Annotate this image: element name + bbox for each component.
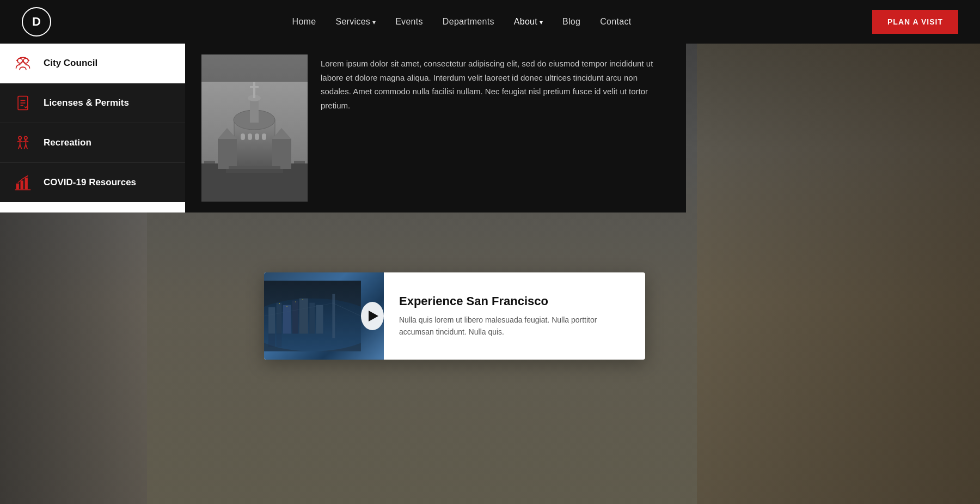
menu-item-recreation[interactable]: Recreation	[0, 123, 185, 163]
logo-letter: D	[32, 15, 41, 29]
menu-item-city-council[interactable]: City Council	[0, 44, 185, 83]
dropdown-image-inner	[201, 54, 308, 202]
dropdown-menu: City Council Licenses & Permits	[0, 44, 686, 212]
svg-rect-45	[201, 54, 308, 82]
video-title: Experience San Francisco	[399, 294, 630, 308]
nav-link-blog[interactable]: Blog	[562, 17, 580, 26]
svg-point-8	[19, 136, 21, 139]
dropdown-description: Lorem ipsum dolor sit amet, consectetur …	[321, 54, 670, 202]
navbar: D Home Services Events Departments About…	[0, 0, 980, 44]
dropdown-left-panel: City Council Licenses & Permits	[0, 44, 185, 212]
nav-link-contact[interactable]: Contact	[600, 17, 631, 26]
nav-item-events[interactable]: Events	[395, 17, 423, 27]
menu-item-licenses[interactable]: Licenses & Permits	[0, 83, 185, 123]
bg-buildings-right	[697, 44, 980, 504]
video-info: Experience San Francisco Nulla quis lore…	[384, 283, 645, 349]
play-triangle	[369, 311, 378, 321]
svg-rect-32	[250, 86, 259, 88]
menu-item-covid-label: COVID-19 Resources	[44, 177, 136, 188]
svg-line-17	[20, 145, 22, 149]
menu-item-recreation-label: Recreation	[44, 137, 91, 148]
svg-rect-34	[248, 133, 252, 140]
svg-rect-31	[253, 82, 255, 98]
nav-link-departments[interactable]: Departments	[443, 17, 494, 26]
nav-item-about[interactable]: About	[514, 17, 543, 27]
svg-rect-37	[218, 139, 237, 169]
menu-item-licenses-label: Licenses & Permits	[44, 98, 129, 108]
dropdown-image	[201, 54, 308, 202]
nav-item-departments[interactable]: Departments	[443, 17, 494, 27]
svg-rect-22	[25, 178, 28, 189]
plan-visit-button[interactable]: PLAN A VISIT	[872, 10, 958, 34]
menu-item-city-council-label: City Council	[44, 58, 97, 69]
licenses-icon	[13, 93, 33, 113]
nav-link-home[interactable]: Home	[292, 17, 316, 26]
nav-link-about[interactable]: About	[514, 17, 543, 26]
svg-rect-42	[226, 169, 283, 173]
covid-icon	[13, 173, 33, 192]
svg-rect-44	[294, 161, 305, 163]
play-button[interactable]	[361, 302, 384, 330]
svg-rect-64	[264, 281, 361, 351]
nav-item-contact[interactable]: Contact	[600, 17, 631, 27]
svg-rect-29	[250, 98, 259, 123]
svg-rect-35	[255, 133, 259, 140]
video-thumbnail	[264, 272, 384, 360]
city-council-icon	[13, 53, 33, 73]
svg-rect-21	[21, 180, 23, 189]
nav-links: Home Services Events Departments About B…	[292, 17, 632, 27]
svg-rect-43	[204, 161, 215, 163]
logo[interactable]: D	[22, 7, 51, 37]
nav-link-services[interactable]: Services	[335, 17, 376, 26]
svg-rect-38	[272, 139, 291, 169]
svg-line-19	[26, 145, 27, 149]
video-card: Experience San Francisco Nulla quis lore…	[264, 272, 645, 360]
svg-point-9	[24, 136, 27, 139]
menu-item-covid[interactable]: COVID-19 Resources	[0, 163, 185, 202]
nav-item-services[interactable]: Services	[335, 17, 376, 27]
dropdown-right-panel: Lorem ipsum dolor sit amet, consectetur …	[185, 44, 686, 212]
nav-item-home[interactable]: Home	[292, 17, 316, 27]
recreation-icon	[13, 133, 33, 153]
nav-link-events[interactable]: Events	[395, 17, 423, 26]
svg-rect-36	[262, 133, 266, 140]
svg-rect-20	[16, 184, 19, 190]
svg-rect-33	[241, 133, 245, 140]
video-description: Nulla quis lorem ut libero malesuada feu…	[399, 314, 630, 338]
nav-item-blog[interactable]: Blog	[562, 17, 580, 27]
dropdown-description-text: Lorem ipsum dolor sit amet, consectetur …	[321, 57, 670, 112]
